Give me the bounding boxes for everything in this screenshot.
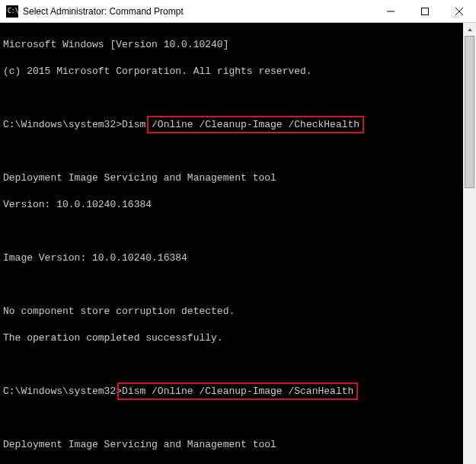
success-line: The operation completed successfully. [3,331,463,345]
svg-text:C:\: C:\ [8,8,18,14]
svg-marker-6 [468,28,472,31]
blank-line [3,411,463,425]
scrollbar-track[interactable] [463,36,476,464]
app-icon: C:\ [6,5,18,18]
banner-line: Microsoft Windows [Version 10.0.10240] [3,38,463,52]
command-line-1: C:\Windows\system32>Dism /Online /Cleanu… [3,118,463,132]
prompt-text: C:\Windows\system32> [3,386,122,397]
blank-line [3,145,463,158]
terminal-output[interactable]: Microsoft Windows [Version 10.0.10240] (… [0,23,463,464]
tool-name-line: Deployment Image Servicing and Managemen… [3,438,463,452]
blank-line [3,91,463,105]
scrollbar-up-button[interactable] [463,23,476,36]
copyright-line: (c) 2015 Microsoft Corporation. All righ… [3,65,463,78]
prompt-text: C:\Windows\system32> [3,119,122,130]
svg-rect-3 [421,8,428,14]
minimize-button[interactable] [373,0,407,23]
blank-line [3,278,463,292]
maximize-button[interactable] [407,0,442,23]
command-line-2: C:\Windows\system32>Dism /Online /Cleanu… [3,385,463,398]
window-titlebar: C:\ Select Administrator: Command Prompt [0,0,476,23]
blank-line [3,358,463,372]
blank-line [3,225,463,238]
highlighted-command-1: /Online /Cleanup-Image /CheckHealth [147,116,364,134]
status-line: No component store corruption detected. [3,305,463,318]
highlighted-command-2: Dism /Online /Cleanup-Image /ScanHealth [117,382,358,401]
window-title: Select Administrator: Command Prompt [23,6,184,17]
version-line: Version: 10.0.10240.16384 [3,198,463,212]
scrollbar-thumb[interactable] [465,36,474,188]
close-button[interactable] [442,0,476,23]
tool-name-line: Deployment Image Servicing and Managemen… [3,171,463,185]
vertical-scrollbar[interactable] [463,23,476,464]
image-version-line: Image Version: 10.0.10240.16384 [3,251,463,265]
